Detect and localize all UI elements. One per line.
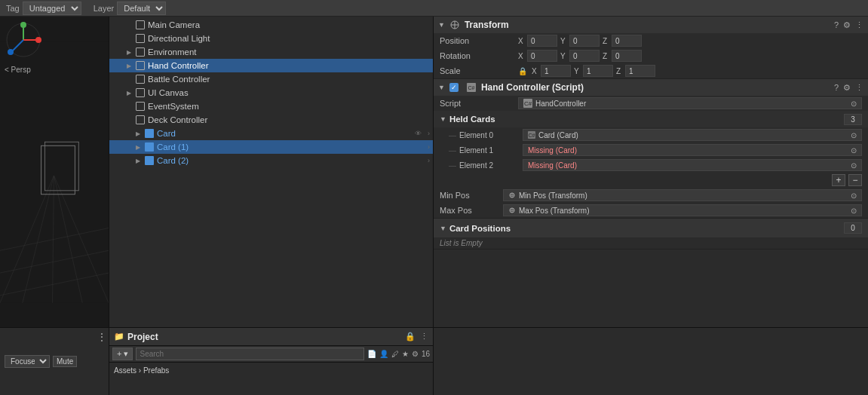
focused-select[interactable]: Focused [5, 355, 50, 368]
tag-group: Tag Untagged [6, 2, 81, 15]
more-icon[interactable]: ⋮ [420, 332, 428, 341]
lock-icon[interactable]: 🔒 [405, 332, 416, 341]
transform-actions: ? ⚙ ⋮ [834, 20, 863, 30]
chevron-right-icon: › [428, 130, 430, 137]
max-pos-target[interactable]: ⊙ [851, 207, 857, 215]
z-label: Z [616, 67, 624, 75]
top-bar: Tag Untagged Layer Default [0, 0, 868, 17]
search-input[interactable] [136, 348, 363, 360]
expand-arrow [124, 115, 133, 124]
transform-help-icon[interactable]: ? [834, 20, 839, 29]
expand-expand-arrow: ▶ [124, 47, 133, 57]
transform-header[interactable]: ▼ Transform ? ⚙ ⋮ [434, 17, 868, 33]
expand-arrow [124, 20, 133, 29]
rot-z-input[interactable] [612, 50, 642, 62]
hand-controller-header[interactable]: ▼ ✓ C# Hand Controller (Script) ? ⚙ ⋮ [434, 79, 868, 96]
tag-select[interactable]: Untagged [23, 2, 81, 15]
viewport[interactable]: Y X Z < Persp [0, 17, 109, 327]
element-2-target[interactable]: ⊙ [851, 161, 857, 170]
held-cards-label: Held Cards [449, 115, 841, 124]
hier-item-card-1[interactable]: ▶ Card (1) › [109, 140, 433, 154]
lock-icon: 🔒 [518, 67, 527, 75]
scl-x-input[interactable] [541, 65, 571, 77]
project-header: 📁 Project 🔒 ⋮ [109, 328, 433, 346]
hier-label-directional-light: Directional Light [148, 34, 210, 43]
card-positions-header[interactable]: ▼ Card Positions 0 [434, 218, 868, 237]
icon1: 📄 [367, 350, 376, 358]
hier-item-card[interactable]: ▶ Card 👁 › [109, 127, 433, 140]
scl-z-input[interactable] [625, 65, 655, 77]
scl-y-input[interactable] [583, 65, 613, 77]
transform-more-icon[interactable]: ⋮ [855, 20, 863, 30]
pos-x-input[interactable] [527, 35, 557, 47]
hier-item-eventsystem[interactable]: EventSystem [109, 100, 433, 113]
three-dots-icon[interactable]: ⋮ [97, 331, 107, 343]
hier-item-deck-controller[interactable]: Deck Controller [109, 113, 433, 127]
hier-item-directional-light[interactable]: Directional Light [109, 32, 433, 45]
hierarchy-list[interactable]: Main Camera Directional Light ▶ Environm… [109, 17, 433, 327]
hier-item-card-2[interactable]: ▶ Card (2) › [109, 154, 433, 167]
remove-element-button[interactable]: − [848, 174, 862, 186]
position-xyz: X Y Z [518, 35, 862, 47]
cube-white-icon [136, 47, 145, 57]
hier-item-battle-controller[interactable]: Battle Controller [109, 72, 433, 86]
script-target-button[interactable]: ⊙ [851, 100, 857, 108]
cube-icon-container [135, 87, 146, 98]
rot-y-item: Y [560, 50, 600, 62]
svg-text:Z: Z [8, 51, 11, 55]
hand-controller-actions: ? ⚙ ⋮ [834, 83, 863, 93]
element-2-text: Missing (Card) [528, 161, 577, 170]
element-0-row: — Element 0 C# Card (Card) ⊙ [434, 127, 868, 142]
expand-arrow [124, 34, 133, 43]
element-1-label: Element 1 [459, 146, 520, 155]
hier-item-hand-controller[interactable]: ▶ Hand Controller [109, 59, 433, 72]
element-dashes: — [449, 146, 456, 155]
layer-group: Layer Default [94, 2, 167, 15]
hc-help-icon[interactable]: ? [834, 83, 839, 92]
max-pos-row: Max Pos Max Pos (Transform) ⊙ [434, 203, 868, 218]
mute-button[interactable]: Mute [53, 356, 77, 367]
hier-item-ui-canvas[interactable]: ▶ UI Canvas [109, 86, 433, 100]
expand-arrow: ▶ [133, 156, 143, 165]
inspector-scroll[interactable]: ▼ Transform ? ⚙ ⋮ [434, 17, 868, 327]
hier-label-main-camera: Main Camera [148, 20, 200, 29]
script-doc-icon: C# [523, 99, 532, 108]
viewport-gizmo: Y X Z [3, 20, 44, 61]
held-cards-count: 3 [844, 114, 862, 125]
main-content: Y X Z < Persp Main Camera [0, 17, 868, 327]
chevron-right-icon: › [428, 157, 430, 164]
scl-x-item: X [532, 65, 571, 77]
cube-icon-container [144, 142, 155, 152]
hc-more-icon[interactable]: ⋮ [855, 83, 863, 93]
hier-label-battle-controller: Battle Controller [148, 75, 210, 84]
x-label: X [518, 52, 526, 60]
svg-text:Y: Y [21, 23, 24, 27]
hier-label-card: Card [157, 129, 176, 138]
hier-item-environment[interactable]: ▶ Environment [109, 45, 433, 59]
pos-z-input[interactable] [612, 35, 642, 47]
cube-icon-container [135, 47, 146, 57]
element-0-target[interactable]: ⊙ [851, 131, 857, 139]
hier-label-environment: Environment [148, 47, 197, 57]
cube-white-icon [136, 102, 145, 111]
transform-settings-icon[interactable]: ⚙ [843, 20, 851, 30]
hand-controller-collapse-arrow: ▼ [438, 84, 445, 91]
rot-y-input[interactable] [569, 50, 600, 62]
svg-rect-0 [0, 41, 109, 303]
script-checkbox[interactable]: ✓ [449, 83, 459, 92]
expand-arrow [124, 102, 133, 111]
rot-x-input[interactable] [527, 50, 557, 62]
add-asset-button[interactable]: + ▾ [112, 348, 133, 360]
layer-select[interactable]: Default [117, 2, 166, 15]
list-empty-label: List is Empty [434, 237, 868, 249]
cube-icon-container [144, 128, 155, 139]
add-element-button[interactable]: + [832, 174, 845, 186]
breadcrumb-text: Assets › Prefabs [114, 366, 169, 375]
min-pos-target[interactable]: ⊙ [851, 191, 857, 200]
hier-item-main-camera[interactable]: Main Camera [109, 18, 433, 32]
vis-icons: 👁 › [415, 130, 430, 137]
element-1-target[interactable]: ⊙ [851, 146, 857, 155]
element-0-text: Card (Card) [538, 131, 578, 139]
hc-settings-icon[interactable]: ⚙ [843, 83, 851, 93]
pos-y-input[interactable] [569, 35, 600, 47]
